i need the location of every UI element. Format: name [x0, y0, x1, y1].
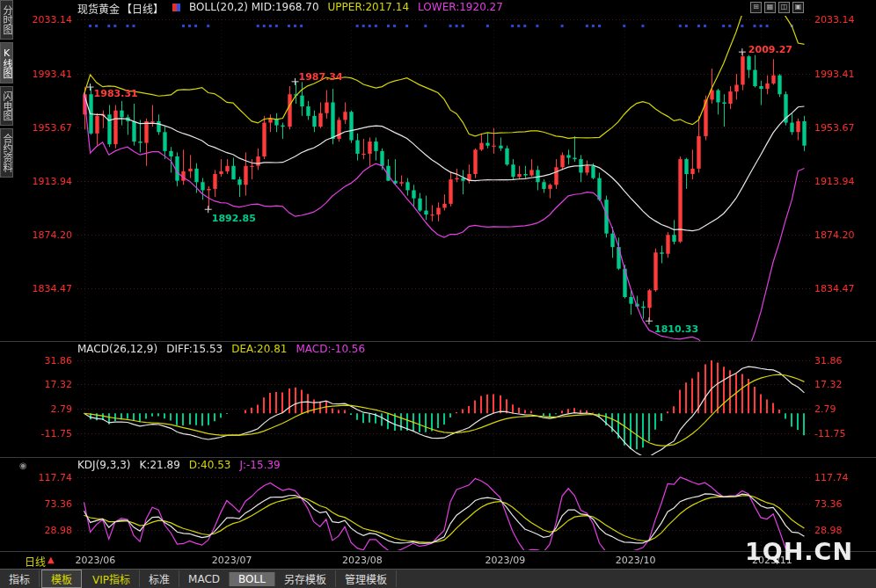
grid-layout-icon[interactable]: ⊞ — [750, 2, 762, 13]
panel-divider — [0, 457, 876, 458]
sidebar-item-kline-chart[interactable]: K线图 — [0, 42, 13, 83]
boll-lower-value: LOWER:1920.27 — [418, 1, 503, 14]
dropdown-arrow-icon: ▲ — [47, 554, 55, 569]
kdj-params: KDJ(9,3,3) — [77, 459, 131, 471]
maximize-icon[interactable]: ▣ — [792, 2, 804, 13]
panel-divider — [0, 341, 876, 342]
period-label: 日线 — [25, 554, 46, 569]
tab-templates[interactable]: 模板 — [41, 570, 82, 588]
period-tag[interactable]: 【日线】 — [121, 1, 164, 14]
split-view-icon[interactable]: ◫ — [778, 2, 790, 13]
indicator-bullet-icon[interactable]: ◉ — [19, 461, 27, 470]
instrument-name[interactable]: 现货黄金 — [77, 1, 120, 14]
chart-header: 现货黄金 【日线】 BOLL(20,2) MID:1968.70 UPPER:2… — [77, 1, 503, 14]
save-template-button[interactable]: 另存模板 — [275, 570, 336, 587]
macd-dea-value: DEA:20.81 — [231, 343, 287, 355]
kdj-j-value: J:-15.39 — [239, 459, 280, 471]
sidebar-item-lightning-chart[interactable]: 闪电图 — [0, 86, 13, 126]
multi-pane-icon[interactable]: ▦ — [764, 2, 776, 13]
left-sidebar: 分时图 K线图 闪电图 合约资料 — [0, 0, 14, 178]
macd-header: MACD(26,12,9) DIFF:15.53 DEA:20.81 MACD:… — [77, 343, 365, 355]
watermark: 1QH.CN — [745, 538, 853, 565]
kdj-d-value: D:40.53 — [189, 459, 231, 471]
tab-boll[interactable]: BOLL — [230, 572, 275, 586]
trading-app-window: 分时图 K线图 闪电图 合约资料 现货黄金 【日线】 BOLL(20,2) MI… — [0, 0, 876, 588]
layout-buttons: ⊞ ▦ ◫ ▣ — [750, 2, 804, 13]
tab-indicators[interactable]: 指标 — [0, 570, 40, 587]
macd-diff-value: DIFF:15.53 — [166, 343, 223, 355]
tab-standard[interactable]: 标准 — [140, 570, 179, 587]
tab-vip-indicators[interactable]: VIP指标 — [84, 570, 140, 587]
sidebar-item-time-chart[interactable]: 分时图 — [0, 0, 13, 40]
mini-chart-icon[interactable] — [172, 4, 180, 11]
macd-hist-value: MACD:-10.56 — [296, 343, 365, 355]
boll-mid-value: BOLL(20,2) MID:1968.70 — [189, 1, 319, 14]
boll-upper-value: UPPER:2017.14 — [328, 1, 409, 14]
period-selector[interactable]: 日线 ▲ — [25, 554, 55, 569]
kdj-header: KDJ(9,3,3) K:21.89 D:40.53 J:-15.39 — [77, 459, 281, 471]
tab-macd[interactable]: MACD — [179, 572, 230, 586]
price-chart-canvas[interactable] — [0, 0, 876, 588]
manage-template-button[interactable]: 管理模板 — [336, 570, 397, 587]
bottom-toolbar: 指标 模板 VIP指标 标准 MACD BOLL 另存模板 管理模板 — [0, 569, 876, 588]
macd-params: MACD(26,12,9) — [77, 343, 157, 355]
sidebar-item-contract-info[interactable]: 合约资料 — [0, 128, 13, 178]
kdj-k-value: K:21.89 — [140, 459, 180, 471]
